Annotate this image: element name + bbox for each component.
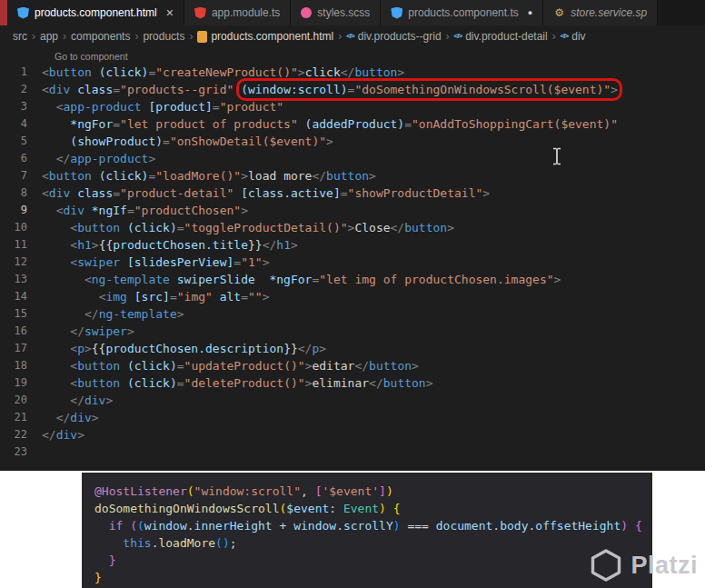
line-number: 20 xyxy=(0,392,42,409)
tab-label: products.component.html xyxy=(35,6,157,19)
breadcrumb-item-products.component.html[interactable]: products.component.html xyxy=(197,30,333,43)
tab-store.service.sp[interactable]: ⚙store.service.sp xyxy=(543,0,658,25)
code-line[interactable]: 20 </div> xyxy=(0,392,705,409)
platzi-watermark: Platzi xyxy=(590,548,698,583)
code-line[interactable]: 13 <ng-template swiperSlide *ngFor="let … xyxy=(0,271,705,288)
close-icon[interactable]: × xyxy=(166,6,174,19)
codelens-go-to-component[interactable]: Go to component xyxy=(0,47,705,64)
chevron-right-icon: › xyxy=(134,30,138,43)
breadcrumb-item-src[interactable]: src xyxy=(13,30,27,43)
scss-icon xyxy=(301,7,312,18)
breadcrumb-item-div[interactable]: </>div xyxy=(561,30,586,43)
breadcrumb-item-div.products--grid[interactable]: </>div.products--grid xyxy=(346,30,441,43)
angular-module-icon xyxy=(194,7,206,19)
vscode-window: products.component.html×app.module.tssty… xyxy=(0,0,705,588)
tab-label: products.component.ts xyxy=(408,6,518,19)
platzi-watermark-text: Platzi xyxy=(631,552,698,580)
line-number: 5 xyxy=(0,133,42,150)
code-line[interactable]: 15 </ng-template> xyxy=(0,305,705,323)
modified-dot-icon: ● xyxy=(528,8,532,17)
code-line[interactable]: 3 <app-product [product]="product" xyxy=(0,98,705,115)
hostlistener-snippet-panel: @HostListener("window:scroll", ['$event'… xyxy=(82,473,652,588)
chevron-right-icon: › xyxy=(338,30,342,43)
code-line[interactable]: 4 *ngFor="let product of products" (adde… xyxy=(0,115,705,133)
html-element-icon: </> xyxy=(561,31,569,43)
line-number: 16 xyxy=(0,323,42,340)
chevron-right-icon: › xyxy=(32,30,35,43)
tab-label: app.module.ts xyxy=(212,6,280,19)
line-number: 6 xyxy=(0,150,42,167)
tab-products.component.ts[interactable]: products.component.ts● xyxy=(381,0,543,25)
breadcrumb-label: components xyxy=(71,30,130,43)
line-number: 21 xyxy=(0,409,42,426)
snippet-line: } xyxy=(94,569,652,586)
line-number: 3 xyxy=(0,98,42,115)
line-number: 14 xyxy=(0,288,42,305)
code-line[interactable]: 5 (showProduct)="onShowDetail($event)"> xyxy=(0,133,705,150)
file-icon xyxy=(197,31,207,43)
scroll-listener-annotation-box: (window:scroll)="doSomethingOnWindowsScr… xyxy=(241,83,618,96)
snippet-line: @HostListener("window:scroll", ['$event'… xyxy=(94,483,652,500)
breadcrumb-item-components[interactable]: components xyxy=(71,30,130,43)
tab-app.module.ts[interactable]: app.module.ts xyxy=(184,0,291,25)
code-line[interactable]: 9 <div *ngIf="productChosen"> xyxy=(0,202,705,219)
service-icon: ⚙ xyxy=(553,7,565,19)
snippet-line: this.loadMore(); xyxy=(94,534,652,552)
breadcrumb-label: app xyxy=(40,30,58,43)
chevron-right-icon: › xyxy=(63,30,66,43)
breadcrumb-label: src xyxy=(13,30,27,43)
breadcrumb-label: products.component.html xyxy=(211,30,333,43)
line-number: 13 xyxy=(0,271,42,288)
code-line[interactable]: 6 </app-product> xyxy=(0,150,705,167)
code-line[interactable]: 21 </div> xyxy=(0,409,705,426)
tabs-container: products.component.html×app.module.tssty… xyxy=(7,0,658,25)
code-line[interactable]: 23 xyxy=(0,443,705,461)
breadcrumb-label: products xyxy=(143,30,184,43)
code-line[interactable]: 10 <button (click)="toggleProductDetail(… xyxy=(0,219,705,236)
code-line[interactable]: 12 <swiper [slidesPerView]="1"> xyxy=(0,254,705,271)
line-number: 19 xyxy=(0,374,42,392)
line-number: 8 xyxy=(0,184,42,202)
line-number: 15 xyxy=(0,305,42,323)
code-line[interactable]: 17 <p>{{productChosen.description}}</p> xyxy=(0,340,705,357)
mouse-ibeam-cursor xyxy=(551,147,562,169)
code-line[interactable]: 2<div class="products--grid" (window:scr… xyxy=(0,81,705,98)
line-number: 22 xyxy=(0,426,42,443)
tab-label: store.service.sp xyxy=(571,6,647,19)
code-line[interactable]: 18 <button (click)="updateProduct()">edi… xyxy=(0,357,705,374)
line-number: 23 xyxy=(0,443,42,461)
code-line[interactable]: 7<button (click)="loadMore()">load more<… xyxy=(0,167,705,184)
line-number: 1 xyxy=(0,64,42,81)
chevron-right-icon: › xyxy=(552,30,556,43)
code-line[interactable]: 14 <img [src]="img" alt=""> xyxy=(0,288,705,305)
code-editor[interactable]: Go to component 1<button (click)="create… xyxy=(0,47,705,471)
breadcrumb-item-div.product-detail[interactable]: </>div.product-detail xyxy=(454,30,548,43)
tab-products.component.html[interactable]: products.component.html× xyxy=(7,0,184,25)
line-number: 17 xyxy=(0,340,42,357)
angular-component-icon xyxy=(391,7,402,19)
code-line[interactable]: 8<div class="product-detail" [class.acti… xyxy=(0,184,705,202)
snippet-line: doSomethingOnWindowsScroll($event: Event… xyxy=(94,500,652,517)
code-line[interactable]: 11 <h1>{{productChosen.title}}</h1> xyxy=(0,236,705,254)
line-number: 9 xyxy=(0,202,42,219)
code-line[interactable]: 22</div> xyxy=(0,426,705,443)
code-line[interactable]: 16 </swiper> xyxy=(0,323,705,340)
breadcrumb-label: div xyxy=(571,30,585,43)
line-number: 2 xyxy=(0,81,42,98)
html-element-icon: </> xyxy=(346,31,354,43)
code-line[interactable]: 19 <button (click)="deleteProduct()">eli… xyxy=(0,374,705,392)
editor-tab-bar: products.component.html×app.module.tssty… xyxy=(0,0,705,25)
tab-label: styles.scss xyxy=(317,6,370,19)
tab-styles.scss[interactable]: styles.scss xyxy=(291,0,381,25)
line-number: 4 xyxy=(0,115,42,133)
bottom-strip: @HostListener("window:scroll", ['$event'… xyxy=(0,471,705,588)
window-edge-accent xyxy=(0,0,7,25)
line-number: 11 xyxy=(0,236,42,254)
code-lines: 1<button (click)="createNewProduct()">cl… xyxy=(0,64,705,461)
breadcrumb-item-app[interactable]: app xyxy=(40,30,58,43)
breadcrumb-item-products[interactable]: products xyxy=(143,30,184,43)
angular-component-icon xyxy=(17,7,29,19)
code-line[interactable]: 1<button (click)="createNewProduct()">cl… xyxy=(0,64,705,81)
line-number: 10 xyxy=(0,219,42,236)
line-number: 12 xyxy=(0,254,42,271)
